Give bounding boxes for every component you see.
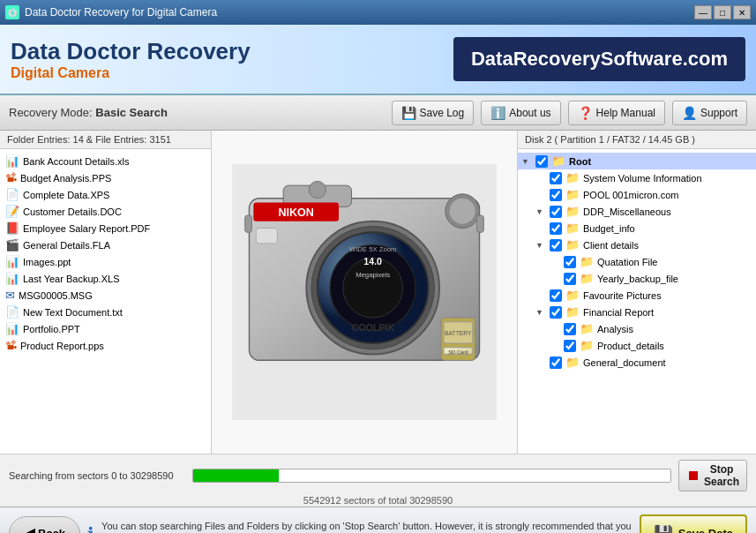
save-data-button[interactable]: 💾 Save Data bbox=[640, 514, 747, 534]
list-item[interactable]: 📕Employee Salary Report.PDF bbox=[0, 220, 211, 236]
stop-icon: ⏹ bbox=[686, 468, 700, 484]
file-name: Portfolio.PPT bbox=[23, 324, 80, 334]
list-item[interactable]: 📊Images.ppt bbox=[0, 253, 211, 270]
tree-checkbox[interactable] bbox=[550, 172, 562, 184]
list-item[interactable]: 📊Last Year Backup.XLS bbox=[0, 270, 211, 287]
file-icon: 📊 bbox=[5, 255, 19, 268]
tree-item[interactable]: ▼ 📁 DDR_Miscellaneous bbox=[518, 203, 756, 220]
tree-checkbox[interactable] bbox=[535, 155, 548, 168]
file-icon: 📊 bbox=[5, 272, 19, 285]
bottom-info-text: You can stop searching Files and Folders… bbox=[101, 520, 632, 533]
tree-item[interactable]: 📁 Budget_info bbox=[518, 220, 756, 236]
file-name: Images.ppt bbox=[23, 257, 71, 267]
list-item[interactable]: 📊Portfolio.PPT bbox=[0, 320, 211, 337]
list-item[interactable]: 📊Bank Account Details.xls bbox=[0, 153, 211, 169]
tree-label: Analysis bbox=[597, 324, 633, 334]
svg-text:14.0: 14.0 bbox=[363, 256, 382, 266]
tree-checkbox[interactable] bbox=[564, 323, 576, 335]
tree-item[interactable]: ▼ 📁 Root bbox=[518, 153, 756, 169]
tree-checkbox[interactable] bbox=[550, 357, 562, 369]
file-name: MSG00005.MSG bbox=[19, 290, 93, 301]
tree-checkbox[interactable] bbox=[550, 239, 562, 251]
about-us-button[interactable]: ℹ️ About us bbox=[481, 101, 560, 125]
list-item[interactable]: ✉MSG00005.MSG bbox=[0, 287, 211, 304]
tree-item[interactable]: 📁 POOL 001micron.com bbox=[518, 186, 756, 203]
file-name: New Text Document.txt bbox=[23, 307, 123, 318]
tree-item[interactable]: 📁 System Volume Information bbox=[518, 169, 756, 186]
folder-icon: 📁 bbox=[565, 238, 580, 251]
folder-icon: 📁 bbox=[580, 255, 594, 268]
file-icon: 📊 bbox=[5, 322, 19, 335]
tree-checkbox[interactable] bbox=[550, 306, 562, 319]
help-manual-button[interactable]: ❓ Help Manual bbox=[568, 101, 665, 125]
tree-item[interactable]: 📁 Quatation File bbox=[518, 253, 756, 270]
folder-tree: ▼ 📁 Root 📁 System Volume Information 📁 P… bbox=[518, 149, 756, 454]
minimize-button[interactable]: — bbox=[694, 5, 712, 19]
list-item[interactable]: 🎬General Details.FLA bbox=[0, 236, 211, 253]
tree-checkbox[interactable] bbox=[550, 222, 562, 235]
tree-checkbox[interactable] bbox=[564, 340, 576, 352]
file-icon: 🎬 bbox=[5, 238, 19, 251]
progress-area: Searching from sectors 0 to 30298590 ⏹ S… bbox=[0, 454, 756, 507]
back-button[interactable]: ◀ Back bbox=[9, 516, 80, 534]
support-button[interactable]: 👤 Support bbox=[672, 101, 747, 125]
list-item[interactable]: 📄New Text Document.txt bbox=[0, 304, 211, 320]
sectors-info: 5542912 sectors of total 30298590 bbox=[9, 495, 747, 506]
folder-icon: 📁 bbox=[551, 154, 565, 168]
expand-icon[interactable]: ▼ bbox=[535, 207, 546, 216]
file-icon: 📄 bbox=[5, 305, 19, 319]
save-data-icon: 💾 bbox=[654, 524, 673, 534]
app-icon: 💿 bbox=[5, 5, 19, 19]
tree-label: Product_details bbox=[597, 341, 664, 351]
tree-item[interactable]: 📁 Product_details bbox=[518, 337, 756, 354]
tree-item[interactable]: 📁 Yearly_backup_file bbox=[518, 270, 756, 287]
tree-item[interactable]: ▼ 📁 Financial Report bbox=[518, 304, 756, 320]
expand-icon[interactable]: ▼ bbox=[521, 157, 532, 166]
list-item[interactable]: 📝Customer Details.DOC bbox=[0, 203, 211, 220]
file-name: Customer Details.DOC bbox=[23, 206, 122, 217]
tree-checkbox[interactable] bbox=[564, 256, 576, 268]
tree-label: POOL 001micron.com bbox=[583, 190, 678, 200]
tree-label: System Volume Information bbox=[583, 173, 702, 184]
expand-icon[interactable]: ▼ bbox=[535, 308, 546, 317]
tree-checkbox[interactable] bbox=[550, 189, 562, 201]
progress-label: Searching from sectors 0 to 30298590 bbox=[9, 470, 185, 481]
folder-icon: 📁 bbox=[565, 205, 580, 218]
stop-search-button[interactable]: ⏹ Stop Search bbox=[678, 460, 747, 492]
progress-bar bbox=[193, 469, 279, 482]
folder-icon: 📁 bbox=[580, 322, 594, 335]
list-item[interactable]: 📽Budget Analysis.PPS bbox=[0, 169, 211, 186]
file-icon: 📊 bbox=[5, 154, 19, 168]
tree-item[interactable]: ▼ 📁 Client details bbox=[518, 236, 756, 253]
folder-icon: 📁 bbox=[565, 305, 580, 319]
bottom-bar: ◀ Back ℹ You can stop searching Files an… bbox=[0, 507, 756, 533]
tree-item[interactable]: 📁 Analysis bbox=[518, 320, 756, 337]
file-icon: 📄 bbox=[5, 188, 19, 201]
expand-icon[interactable]: ▼ bbox=[535, 241, 546, 250]
save-log-button[interactable]: 💾 Save Log bbox=[392, 101, 475, 125]
list-item[interactable]: 📽Product Report.pps bbox=[0, 337, 211, 354]
maximize-button[interactable]: □ bbox=[714, 5, 731, 19]
file-icon: 📽 bbox=[5, 171, 17, 184]
tree-checkbox[interactable] bbox=[550, 289, 562, 302]
tree-label: Favourite Pictures bbox=[583, 290, 662, 301]
back-icon: ◀ bbox=[24, 525, 34, 533]
svg-rect-14 bbox=[256, 229, 277, 244]
tree-label: Budget_info bbox=[583, 223, 635, 234]
svg-text:COOLPIX: COOLPIX bbox=[352, 322, 394, 333]
list-item[interactable]: 📄Complete Data.XPS bbox=[0, 186, 211, 203]
file-name: Complete Data.XPS bbox=[23, 190, 109, 200]
tree-checkbox[interactable] bbox=[550, 206, 562, 218]
header: Data Doctor Recovery Digital Camera Data… bbox=[0, 25, 756, 95]
svg-text:SD Card: SD Card bbox=[448, 349, 468, 355]
close-button[interactable]: ✕ bbox=[733, 5, 751, 19]
logo-section: Data Doctor Recovery Digital Camera bbox=[11, 38, 251, 81]
tree-item[interactable]: 📁 General_document bbox=[518, 354, 756, 371]
info-icon-bottom: ℹ bbox=[87, 523, 94, 534]
svg-text:WIDE 5X Zoom: WIDE 5X Zoom bbox=[349, 245, 397, 253]
svg-text:Megapixels: Megapixels bbox=[356, 271, 390, 279]
tree-checkbox[interactable] bbox=[564, 273, 576, 285]
tree-item[interactable]: 📁 Favourite Pictures bbox=[518, 287, 756, 304]
window-title: Data Doctor Recovery for Digital Camera bbox=[25, 6, 217, 19]
file-name: Last Year Backup.XLS bbox=[23, 274, 119, 284]
